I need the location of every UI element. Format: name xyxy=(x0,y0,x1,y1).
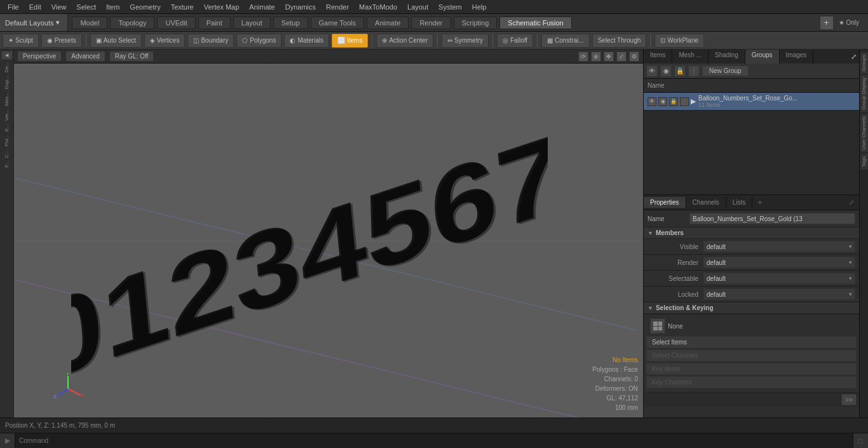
tab-layout[interactable]: Layout xyxy=(233,17,271,29)
left-label-vert[interactable]: Ver... xyxy=(3,108,11,122)
menu-vertex-map[interactable]: Vertex Map xyxy=(199,2,245,12)
prop-locked-select[interactable]: default ▾ xyxy=(703,288,855,300)
group-vis-eye[interactable]: 👁 xyxy=(648,97,656,106)
tab-topology[interactable]: Topology xyxy=(110,17,154,29)
menu-file[interactable]: File xyxy=(3,2,24,12)
tab-scripting[interactable]: Scripting xyxy=(454,17,498,29)
key-channels-btn[interactable]: Key Channels xyxy=(646,376,857,388)
left-label-mesh[interactable]: Mes... xyxy=(3,91,11,107)
props-expand-right-btn[interactable]: >> xyxy=(841,394,857,405)
tab-paint[interactable]: Paint xyxy=(198,17,231,29)
tab-uvedit[interactable]: UVEdit xyxy=(157,17,195,29)
menu-select[interactable]: Select xyxy=(71,2,101,12)
props-tab-plus[interactable]: + xyxy=(752,196,767,209)
vp-ctrl-expand[interactable]: ⤢ xyxy=(616,51,627,62)
rs-tab-groups[interactable]: Groups xyxy=(860,52,868,74)
rp-eye-btn[interactable]: 👁 xyxy=(646,65,658,77)
props-tab-lists[interactable]: Lists xyxy=(726,197,753,208)
prop-visible-select[interactable]: default ▾ xyxy=(703,241,855,252)
menu-animate[interactable]: Animate xyxy=(244,2,280,12)
vp-ray-gl[interactable]: Ray GL: Off xyxy=(110,51,154,61)
viewport[interactable]: Perspective Advanced Ray GL: Off ⟳ ⊕ ✥ ⤢… xyxy=(14,50,643,417)
left-label-dup[interactable]: Dup... xyxy=(3,74,11,90)
menu-dynamics[interactable]: Dynamics xyxy=(280,2,321,12)
vp-perspective[interactable]: Perspective xyxy=(18,51,61,61)
rp-tab-groups[interactable]: Groups xyxy=(745,50,780,64)
layout-add-btn[interactable]: + xyxy=(820,16,834,30)
select-through-btn[interactable]: Select Through xyxy=(592,34,647,48)
rs-tab-tags[interactable]: Tags xyxy=(860,154,868,170)
vp-ctrl-rotate[interactable]: ⟳ xyxy=(578,51,588,62)
prop-selectable-select[interactable]: default ▾ xyxy=(703,273,855,284)
vp-ctrl-pan[interactable]: ✥ xyxy=(604,51,614,62)
rp-tab-images[interactable]: Images xyxy=(780,50,814,64)
prop-render-select[interactable]: default ▾ xyxy=(703,257,855,268)
tab-schematic-fusion[interactable]: Schematic Fusion xyxy=(499,17,571,29)
rp-expand-btn[interactable]: ⤢ xyxy=(848,50,859,64)
materials-btn[interactable]: ◐ Materials xyxy=(284,34,329,48)
boundary-btn[interactable]: ◫ Boundary xyxy=(187,34,234,48)
tab-animate[interactable]: Animate xyxy=(367,17,409,29)
tab-render[interactable]: Render xyxy=(411,17,451,29)
symmetry-btn[interactable]: ⇔ Symmetry xyxy=(442,34,489,48)
rp-tab-mesh[interactable]: Mesh ... xyxy=(672,50,709,64)
items-btn[interactable]: ⬜ Items xyxy=(332,34,368,48)
rp-dots-btn[interactable]: ⋮ xyxy=(688,65,700,77)
layout-dropdown[interactable]: Default Layouts ▾ xyxy=(0,14,68,31)
polygons-btn[interactable]: ⬡ Polygons xyxy=(236,34,281,48)
rp-tab-items[interactable]: Items xyxy=(644,50,672,64)
sel-keying-header[interactable]: ▼ Selection & Keying xyxy=(644,302,859,314)
viewport-canvas[interactable]: 0123456789 0123456789 X Y Z xyxy=(14,64,643,417)
left-label-c[interactable]: C... xyxy=(3,149,11,159)
new-group-btn[interactable]: New Group xyxy=(702,65,749,76)
menu-edit[interactable]: Edit xyxy=(24,2,46,12)
group-item-0[interactable]: 👁 ◉ 🔒 · ▶ Balloon_Numbers_Set_Rose_Go...… xyxy=(644,93,859,111)
group-vis-cam[interactable]: ◉ xyxy=(658,97,667,106)
rs-tab-user-channels[interactable]: User Channels xyxy=(860,114,868,153)
left-label-pol[interactable]: Pol... xyxy=(3,133,11,147)
vp-ctrl-zoom[interactable]: ⊕ xyxy=(591,51,601,62)
select-channels-btn[interactable]: Select Channels xyxy=(646,350,857,362)
rp-tab-shading[interactable]: Shading xyxy=(709,50,745,64)
menu-texture[interactable]: Texture xyxy=(166,2,199,12)
vp-ctrl-settings[interactable]: ⚙ xyxy=(629,51,639,62)
group-vis-lock[interactable]: 🔒 xyxy=(669,97,678,106)
left-label-e[interactable]: E... xyxy=(3,123,11,133)
constraint-btn[interactable]: ▦ Constrai... xyxy=(541,34,590,48)
name-input[interactable] xyxy=(689,213,855,224)
command-arrow[interactable]: ▶ xyxy=(0,433,15,448)
auto-select-btn[interactable]: ▣ Auto Select xyxy=(90,34,142,48)
props-tab-channels[interactable]: Channels xyxy=(686,197,726,208)
group-vis-dot[interactable]: · xyxy=(680,97,689,106)
key-items-btn[interactable]: Key Items xyxy=(646,363,857,375)
menu-system[interactable]: System xyxy=(433,2,467,12)
props-tab-properties[interactable]: Properties xyxy=(644,197,686,208)
menu-render[interactable]: Render xyxy=(321,2,354,12)
left-expand-btn[interactable]: ◀ xyxy=(1,51,13,60)
tab-setup[interactable]: Setup xyxy=(273,17,308,29)
menu-geometry[interactable]: Geometry xyxy=(125,2,165,12)
falloff-btn[interactable]: ◎ Falloff xyxy=(497,34,533,48)
action-center-btn[interactable]: ⊕ Action Center xyxy=(376,34,433,48)
vp-advanced[interactable]: Advanced xyxy=(66,51,104,61)
sculpt-btn[interactable]: ✦ Sculpt xyxy=(3,34,39,48)
tab-model[interactable]: Model xyxy=(72,17,107,29)
menu-view[interactable]: View xyxy=(46,2,72,12)
tab-game-tools[interactable]: Game Tools xyxy=(311,17,365,29)
menu-maxtomodo[interactable]: MaxToModo xyxy=(354,2,402,12)
left-label-f[interactable]: F... xyxy=(3,160,11,169)
rp-lock-btn[interactable]: 🔒 xyxy=(674,65,686,77)
menu-item[interactable]: Item xyxy=(101,2,125,12)
menu-layout[interactable]: Layout xyxy=(402,2,433,12)
workplane-btn[interactable]: ⊡ WorkPlane xyxy=(654,34,704,48)
vertices-btn[interactable]: ◈ Vertices xyxy=(144,34,186,48)
props-expand-btn[interactable]: ⤢ xyxy=(846,198,857,208)
command-end-btn[interactable]: □ xyxy=(853,433,868,448)
rs-tab-group-display[interactable]: Group Display xyxy=(860,75,868,112)
left-label-deform[interactable]: De... xyxy=(3,60,11,74)
menu-help[interactable]: Help xyxy=(467,2,492,12)
presets-btn[interactable]: ◉ Presets xyxy=(41,34,82,48)
command-input[interactable] xyxy=(15,437,853,444)
select-items-btn[interactable]: Select Items xyxy=(646,336,857,348)
rp-cam-btn[interactable]: ◉ xyxy=(660,65,672,77)
